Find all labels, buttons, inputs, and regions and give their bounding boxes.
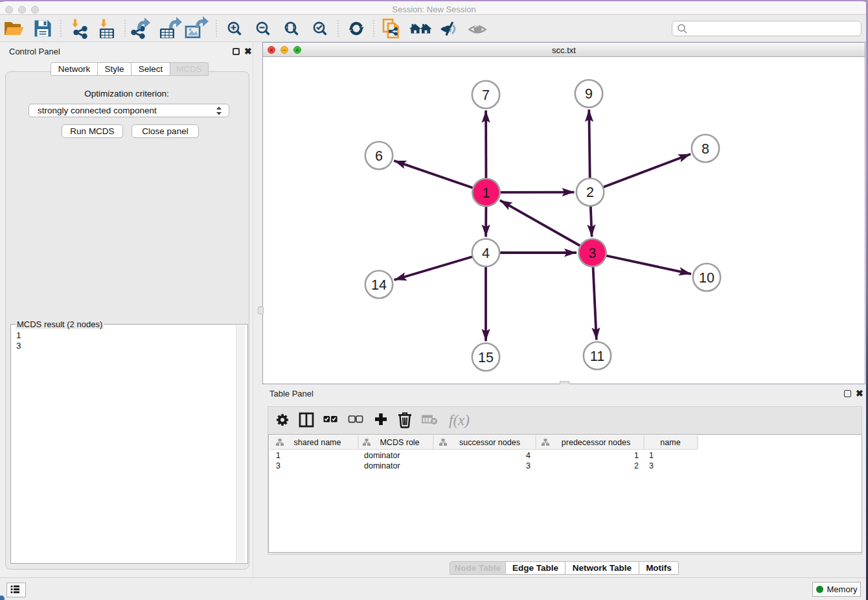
svg-text:3: 3 (589, 246, 597, 261)
svg-text:predecessor nodes: predecessor nodes (562, 438, 630, 447)
svg-text:11: 11 (590, 349, 604, 364)
svg-text:dominator: dominator (364, 461, 400, 470)
svg-text:1: 1 (483, 185, 490, 201)
svg-text:10: 10 (699, 270, 714, 286)
svg-text:6: 6 (375, 148, 383, 164)
svg-text:14: 14 (371, 277, 387, 293)
svg-text:3: 3 (276, 461, 280, 470)
svg-text:9: 9 (585, 86, 593, 102)
svg-text:shared name: shared name (294, 438, 341, 447)
svg-text:7: 7 (482, 87, 490, 103)
svg-text:successor nodes: successor nodes (459, 438, 520, 447)
svg-text:15: 15 (478, 350, 494, 365)
svg-text:1: 1 (649, 451, 654, 460)
svg-text:name: name (660, 438, 680, 447)
svg-text:f(x): f(x) (449, 412, 470, 428)
svg-text:3: 3 (526, 461, 531, 470)
svg-text:MCDS role: MCDS role (380, 438, 419, 447)
svg-text:4: 4 (526, 451, 531, 460)
svg-text:4: 4 (482, 246, 490, 261)
svg-text:dominator: dominator (364, 451, 400, 460)
svg-text:2: 2 (634, 461, 639, 470)
svg-text:1: 1 (634, 451, 639, 460)
svg-text:1: 1 (276, 451, 280, 460)
svg-text:3: 3 (649, 461, 654, 470)
svg-text:2: 2 (586, 185, 594, 200)
svg-text:8: 8 (702, 141, 709, 157)
